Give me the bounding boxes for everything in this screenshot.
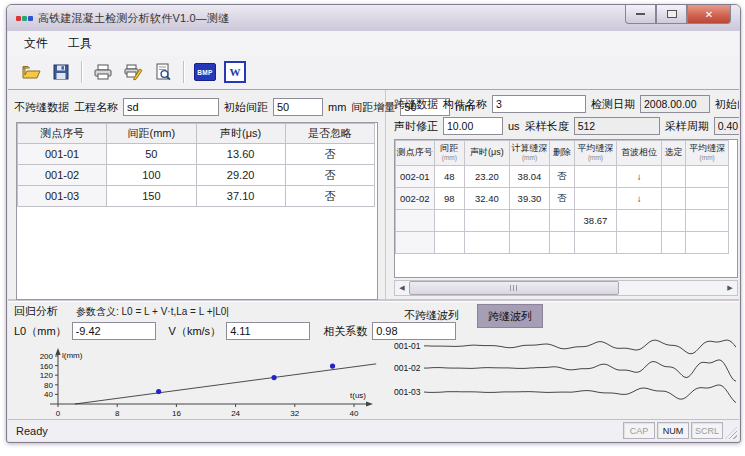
app-window: 高铁建混凝土检测分析软件V1.0—测缝 ✕ 文件 工具 xyxy=(6,4,741,443)
cross-initial-spacing-label: 初始间距 xyxy=(715,97,739,112)
spacing-increment-label: 间距增量 xyxy=(351,100,395,115)
noncross-table-box: 测点序号间距(mm)声时(μs)是否忽略001-015013.60否001-02… xyxy=(16,122,378,300)
resize-grip-icon[interactable] xyxy=(725,427,737,439)
column-header: 测点序号 xyxy=(396,141,435,166)
test-date-input[interactable] xyxy=(640,95,710,113)
regression-group-label: 回归分析 xyxy=(14,304,58,319)
trace-label: 001-03 xyxy=(394,387,421,397)
toolbar-separator xyxy=(81,61,83,83)
scrollbar-thumb[interactable] xyxy=(409,281,619,295)
svg-text:t(us): t(us) xyxy=(350,391,366,400)
print-button[interactable] xyxy=(88,58,118,86)
panel-regression: 回归分析 参数含义: L0 = L + V·t,La = L +|L0| L0（… xyxy=(12,304,384,420)
project-name-input[interactable] xyxy=(123,98,219,116)
cross-group-label: 跨缝数据 xyxy=(394,97,438,112)
component-name-label: 构件名称 xyxy=(443,97,487,112)
scroll-lock-indicator: SCRL xyxy=(691,422,723,439)
v-input[interactable] xyxy=(226,322,310,340)
svg-text:32: 32 xyxy=(290,409,299,418)
initial-spacing-label: 初始间距 xyxy=(224,100,268,115)
save-button[interactable] xyxy=(46,58,76,86)
tab-noncross-waves[interactable]: 不跨缝波列 xyxy=(394,304,469,326)
sample-period-input[interactable] xyxy=(714,117,739,135)
svg-text:120: 120 xyxy=(40,371,54,380)
open-folder-icon xyxy=(21,62,41,82)
l0-label: L0（mm） xyxy=(14,324,67,339)
table-row[interactable]: 001-015013.60否 xyxy=(18,144,375,165)
sample-length-input[interactable] xyxy=(574,117,660,135)
table-row[interactable]: 001-0315037.10否 xyxy=(18,186,375,207)
table-row[interactable]: 002-029832.4039.30否↓ xyxy=(396,188,729,210)
column-header: 间距(mm) xyxy=(107,124,196,144)
toolbar: BMP W xyxy=(8,55,739,90)
column-header: 选定 xyxy=(661,141,685,166)
noncross-table: 测点序号间距(mm)声时(μs)是否忽略001-015013.60否001-02… xyxy=(17,123,375,207)
app-icon xyxy=(16,16,33,21)
export-word-button[interactable]: W xyxy=(220,58,250,86)
print-setup-button[interactable] xyxy=(118,58,148,86)
status-bar: Ready CAP NUM SCRL xyxy=(8,419,739,441)
column-header: 声时(μs) xyxy=(465,141,510,166)
status-message: Ready xyxy=(16,425,48,437)
table-row[interactable]: 002-014823.2038.04否↓ xyxy=(396,166,729,188)
svg-text:200: 200 xyxy=(40,352,54,361)
tab-cross-waves[interactable]: 跨缝波列 xyxy=(477,304,543,328)
save-floppy-icon xyxy=(52,63,70,81)
svg-text:160: 160 xyxy=(40,362,54,371)
initial-spacing-unit: mm xyxy=(328,101,346,113)
menu-tools[interactable]: 工具 xyxy=(60,32,100,55)
printer-icon xyxy=(93,62,113,82)
corr-coef-label: 相关系数 xyxy=(323,324,367,339)
printer-setup-icon xyxy=(123,62,143,82)
regression-chart: 40801201602000816243240l(mm)t(us) xyxy=(14,346,380,420)
column-header: 平均缝深(mm) xyxy=(686,141,729,166)
panel-noncross-data: 不跨缝数据 工程名称 初始间距 mm 间距增量 mm 测点序号间距(mm)声时(… xyxy=(12,94,384,298)
caps-lock-indicator: CAP xyxy=(623,422,655,439)
waveform-trace xyxy=(424,385,736,403)
column-header: 间距(mm) xyxy=(434,141,464,166)
table-row[interactable]: 001-0210029.20否 xyxy=(18,165,375,186)
client-area: 不跨缝数据 工程名称 初始间距 mm 间距增量 mm 测点序号间距(mm)声时(… xyxy=(8,89,739,420)
time-correction-input[interactable] xyxy=(443,117,503,135)
column-header: 测点序号 xyxy=(18,124,107,144)
menu-bar: 文件 工具 xyxy=(8,31,739,56)
export-bmp-button[interactable]: BMP xyxy=(190,58,220,86)
maximize-button[interactable] xyxy=(656,5,687,24)
noncross-group-label: 不跨缝数据 xyxy=(14,100,69,115)
table-row[interactable]: 38.67 xyxy=(396,210,729,232)
svg-text:40: 40 xyxy=(44,390,53,399)
desktop: 高铁建混凝土检测分析软件V1.0—测缝 ✕ 文件 工具 xyxy=(0,0,745,456)
trace-label: 001-02 xyxy=(394,363,421,373)
svg-text:24: 24 xyxy=(231,409,240,418)
column-header: 删除 xyxy=(550,141,574,166)
window-title: 高铁建混凝土检测分析软件V1.0—测缝 xyxy=(38,11,229,26)
sample-period-label: 采样周期 xyxy=(665,119,709,134)
waveform-trace xyxy=(424,340,736,354)
trace-label: 001-01 xyxy=(394,341,421,351)
initial-spacing-input[interactable] xyxy=(273,98,323,116)
project-name-label: 工程名称 xyxy=(74,100,118,115)
column-header: 是否忽略 xyxy=(285,124,374,144)
scroll-left-arrow[interactable]: ◀ xyxy=(395,282,409,294)
table-row[interactable] xyxy=(396,232,729,254)
vertical-splitter[interactable] xyxy=(385,90,386,299)
title-bar[interactable]: 高铁建混凝土检测分析软件V1.0—测缝 ✕ xyxy=(7,5,740,31)
svg-text:80: 80 xyxy=(44,381,53,390)
close-button[interactable]: ✕ xyxy=(687,5,731,24)
menu-file[interactable]: 文件 xyxy=(16,32,56,55)
svg-text:16: 16 xyxy=(172,409,181,418)
toolbar-separator xyxy=(183,61,185,83)
print-preview-button[interactable] xyxy=(148,58,178,86)
panel-cross-data: 跨缝数据 构件名称 检测日期 初始间距 mm 声时修正 us 采样长度 采样周期 xyxy=(390,90,738,299)
minimize-button[interactable] xyxy=(625,5,656,24)
scroll-right-arrow[interactable]: ▶ xyxy=(723,282,737,294)
open-button[interactable] xyxy=(16,58,46,86)
l0-input[interactable] xyxy=(72,322,156,340)
column-header: 计算缝深(mm) xyxy=(509,141,550,166)
svg-text:0: 0 xyxy=(56,409,61,418)
svg-text:l(mm): l(mm) xyxy=(62,351,83,360)
component-name-input[interactable] xyxy=(492,95,586,113)
column-header: 首波相位 xyxy=(617,141,662,166)
cross-table-hscrollbar[interactable]: ◀ ▶ xyxy=(394,280,738,296)
bmp-icon: BMP xyxy=(194,63,216,81)
